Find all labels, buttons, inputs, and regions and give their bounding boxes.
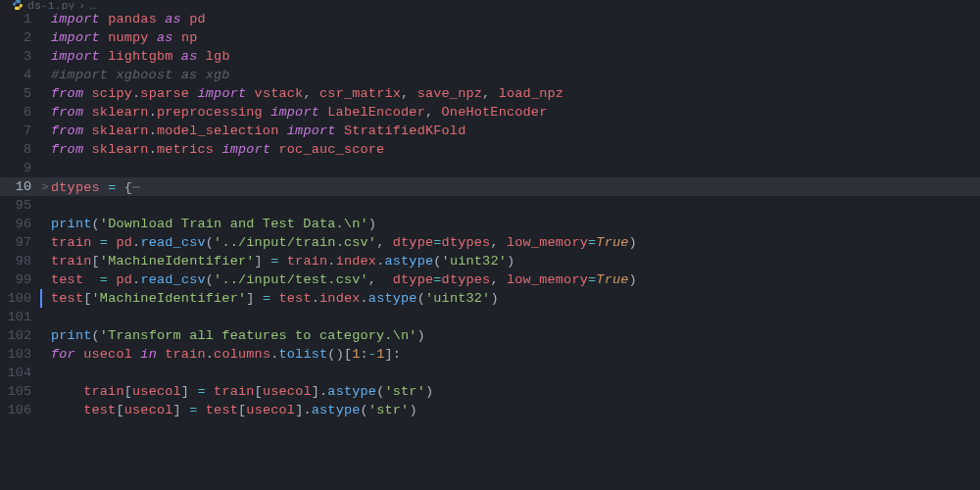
code-content[interactable]: train = pd.read_csv('../input/train.csv'… <box>51 235 637 250</box>
cursor-indicator <box>40 289 42 308</box>
code-line[interactable]: 7from sklearn.model_selection import Str… <box>0 122 980 140</box>
line-number: 6 <box>0 105 39 120</box>
line-number: 102 <box>0 328 39 343</box>
breadcrumb-file[interactable]: ds-1.py <box>27 0 74 10</box>
breadcrumb-tail: … <box>89 0 96 10</box>
line-number: 101 <box>0 310 39 324</box>
line-number: 1 <box>0 12 39 26</box>
python-file-icon <box>12 0 24 10</box>
code-line[interactable]: 5from scipy.sparse import vstack, csr_ma… <box>0 84 980 103</box>
code-content[interactable]: from sklearn.preprocessing import LabelE… <box>51 105 547 120</box>
code-content[interactable]: from sklearn.metrics import roc_auc_scor… <box>51 142 384 157</box>
line-number: 100 <box>0 291 39 306</box>
code-content[interactable]: dtypes = {⋯ <box>51 178 140 195</box>
code-line[interactable]: 105 train[usecol] = train[usecol].astype… <box>0 382 980 401</box>
line-number: 7 <box>0 123 39 138</box>
code-content[interactable]: print('Download Train and Test Data.\n') <box>51 217 376 231</box>
code-content[interactable]: train[usecol] = train[usecol].astype('st… <box>51 384 433 399</box>
code-content[interactable]: import lightgbm as lgb <box>51 49 230 64</box>
code-line[interactable]: 106 test[usecol] = test[usecol].astype('… <box>0 401 980 419</box>
code-line[interactable]: 1import pandas as pd <box>0 10 980 28</box>
breadcrumb[interactable]: ds-1.py › … <box>0 0 980 10</box>
code-line[interactable]: 2import numpy as np <box>0 28 980 47</box>
code-content[interactable]: test = pd.read_csv('../input/test.csv', … <box>51 272 637 287</box>
code-content[interactable]: from scipy.sparse import vstack, csr_mat… <box>51 86 564 101</box>
code-line[interactable]: 97train = pd.read_csv('../input/train.cs… <box>0 233 980 252</box>
fold-gutter[interactable]: > <box>39 181 51 193</box>
code-line[interactable]: 101 <box>0 308 980 326</box>
code-content[interactable]: #import xgboost as xgb <box>51 68 230 82</box>
code-content[interactable]: train['MachineIdentifier'] = train.index… <box>51 254 514 269</box>
code-content[interactable]: import pandas as pd <box>51 12 206 26</box>
code-line[interactable]: 100test['MachineIdentifier'] = test.inde… <box>0 289 980 308</box>
code-line[interactable]: 3import lightgbm as lgb <box>0 47 980 66</box>
line-number: 10 <box>0 179 39 194</box>
code-line[interactable]: 96print('Download Train and Test Data.\n… <box>0 215 980 233</box>
line-number: 3 <box>0 49 39 64</box>
line-number: 99 <box>0 272 39 287</box>
line-number: 5 <box>0 86 39 101</box>
code-line[interactable]: 4#import xgboost as xgb <box>0 66 980 84</box>
code-line[interactable]: 98train['MachineIdentifier'] = train.ind… <box>0 252 980 270</box>
code-content[interactable]: for usecol in train.columns.tolist()[1:-… <box>51 347 401 362</box>
code-content[interactable]: print('Transform all features to categor… <box>51 328 425 343</box>
code-line[interactable]: 104 <box>0 364 980 382</box>
code-content[interactable]: from sklearn.model_selection import Stra… <box>51 123 466 138</box>
line-number: 95 <box>0 198 39 213</box>
breadcrumb-separator: › <box>78 0 85 10</box>
line-number: 105 <box>0 384 39 399</box>
line-number: 98 <box>0 254 39 269</box>
line-number: 104 <box>0 366 39 380</box>
line-number: 8 <box>0 142 39 157</box>
line-number: 103 <box>0 347 39 362</box>
code-content[interactable]: test[usecol] = test[usecol].astype('str'… <box>51 403 417 417</box>
code-content[interactable]: import numpy as np <box>51 30 197 45</box>
line-number: 2 <box>0 30 39 45</box>
code-line[interactable]: 102print('Transform all features to cate… <box>0 326 980 345</box>
code-line[interactable]: 9 <box>0 159 980 177</box>
code-line[interactable]: 99test = pd.read_csv('../input/test.csv'… <box>0 270 980 289</box>
line-number: 97 <box>0 235 39 250</box>
code-editor[interactable]: 1import pandas as pd2import numpy as np3… <box>0 10 980 490</box>
code-line[interactable]: 10>dtypes = {⋯ <box>0 177 980 196</box>
code-line[interactable]: 103for usecol in train.columns.tolist()[… <box>0 345 980 364</box>
code-content[interactable]: test['MachineIdentifier'] = test.index.a… <box>51 291 499 306</box>
code-line[interactable]: 6from sklearn.preprocessing import Label… <box>0 103 980 122</box>
code-line[interactable]: 8from sklearn.metrics import roc_auc_sco… <box>0 140 980 159</box>
line-number: 106 <box>0 403 39 417</box>
line-number: 9 <box>0 161 39 175</box>
line-number: 96 <box>0 217 39 231</box>
line-number: 4 <box>0 68 39 82</box>
code-line[interactable]: 95 <box>0 196 980 215</box>
